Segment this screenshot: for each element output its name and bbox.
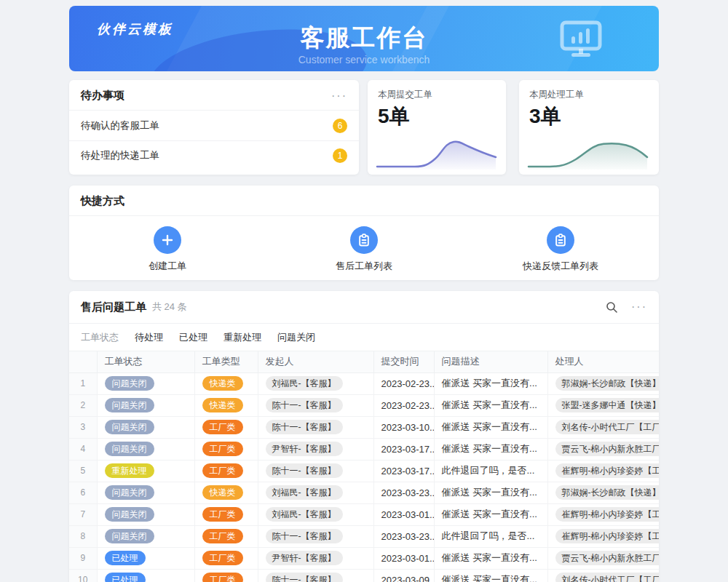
issue-description: 催派送 买家一直没有...	[434, 503, 547, 525]
issue-description: 催派送 买家一直没有...	[434, 547, 547, 569]
initiator-tag: 陈十一-【客服】	[266, 420, 343, 434]
table-header-row: 工单状态工单类型发起人提交时间问题描述处理人	[69, 351, 659, 372]
todo-item-pending-service[interactable]: 待确认的客服工单 6	[69, 111, 359, 140]
header-banner: 伙伴云模板 客服工作台 Customer service workbench	[69, 6, 659, 71]
handler-tag: 郭淑娴-长沙邮政【快递】	[555, 376, 660, 391]
shortcut-create-ticket[interactable]: 创建工单	[69, 216, 266, 273]
filter-option-processed[interactable]: 已处理	[179, 331, 207, 344]
filter-option-reprocess[interactable]: 重新处理	[223, 331, 261, 344]
ticket-list-icon	[350, 226, 378, 254]
table-row[interactable]: 8问题关闭工厂类陈十一-【客服】2023-03-23...此件退回了吗，是否..…	[69, 525, 659, 547]
ellipsis-menu-icon[interactable]: ···	[331, 93, 347, 99]
stat-value: 5单	[378, 103, 496, 130]
todo-card: 待办事项 ··· 待确认的客服工单 6 待处理的快递工单 1	[69, 80, 359, 175]
shortcut-aftersale-list[interactable]: 售后工单列表	[266, 216, 462, 273]
issue-description: 此件退回了吗，是否...	[434, 460, 547, 482]
column-header: 提交时间	[373, 351, 434, 372]
column-header: 处理人	[547, 351, 659, 372]
initiator-tag: 尹智轩-【客服】	[266, 442, 343, 456]
column-header: 发起人	[258, 351, 373, 372]
type-badge: 工厂类	[202, 463, 243, 478]
table-count: 共 24 条	[152, 300, 187, 314]
status-badge: 问题关闭	[105, 420, 154, 434]
ellipsis-menu-icon[interactable]: ···	[631, 304, 647, 310]
todo-card-title: 待办事项	[81, 89, 124, 103]
stat-label: 本周提交工单	[378, 89, 496, 101]
monitor-chart-icon	[560, 20, 602, 60]
type-badge: 快递类	[202, 376, 243, 391]
status-badge: 问题关闭	[105, 529, 154, 543]
issue-description: 催派送 买家一直没有...	[434, 394, 547, 416]
initiator-tag: 陈十一-【客服】	[266, 398, 343, 412]
type-badge: 工厂类	[202, 420, 243, 434]
submit-time: 2023-02-23...	[373, 394, 434, 416]
table-row[interactable]: 3问题关闭工厂类陈十一-【客服】2023-03-10...催派送 买家一直没有.…	[69, 416, 659, 438]
submit-time: 2023-03-01...	[373, 503, 434, 525]
shortcut-label: 快递反馈工单列表	[523, 260, 598, 273]
todo-item-label: 待确认的客服工单	[81, 119, 159, 132]
submit-time: 2023-02-23...	[373, 372, 434, 394]
ticket-list-icon	[547, 226, 574, 254]
handler-tag: 崔辉明-棉小内珍姿婷【工厂】	[555, 463, 660, 478]
initiator-tag: 刘福民-【客服】	[266, 376, 343, 391]
table-title: 售后问题工单	[81, 300, 146, 314]
table-row[interactable]: 9已处理工厂类尹智轩-【客服】2023-03-01...催派送 买家一直没有..…	[69, 547, 659, 569]
shortcut-express-feedback-list[interactable]: 快递反馈工单列表	[462, 216, 659, 273]
type-badge: 工厂类	[202, 507, 243, 522]
handler-tag: 贾云飞-棉小内新永胜工厂【工厂】	[555, 442, 660, 456]
submit-time: 2023-03-10...	[373, 416, 434, 438]
table-row[interactable]: 7问题关闭工厂类刘福民-【客服】2023-03-01...催派送 买家一直没有.…	[69, 503, 659, 525]
status-badge: 问题关闭	[105, 442, 154, 456]
filter-group-label: 工单状态	[81, 331, 119, 344]
shortcut-label: 创建工单	[149, 260, 186, 273]
type-badge: 快递类	[202, 398, 243, 412]
handler-tag: 张盟-迷多娜中通【快递】	[555, 398, 660, 412]
status-badge: 重新处理	[105, 463, 154, 478]
column-header: 问题描述	[434, 351, 547, 372]
table-row[interactable]: 4问题关闭工厂类尹智轩-【客服】2023-03-17...催派送 买家一直没有.…	[69, 438, 659, 460]
count-badge: 6	[333, 119, 347, 133]
todo-item-label: 待处理的快递工单	[81, 149, 159, 162]
initiator-tag: 刘福民-【客服】	[266, 507, 343, 522]
handler-tag: 郭淑娴-长沙邮政【快递】	[555, 485, 660, 500]
table-row[interactable]: 5重新处理工厂类陈十一-【客服】2023-03-17...此件退回了吗，是否..…	[69, 460, 659, 482]
row-number: 7	[69, 503, 97, 525]
table-row[interactable]: 6问题关闭快递类刘福民-【客服】2023-03-23...催派送 买家一直没有.…	[69, 482, 659, 503]
row-number: 1	[69, 372, 97, 394]
status-badge: 问题关闭	[105, 507, 154, 522]
type-badge: 工厂类	[202, 529, 243, 543]
search-icon[interactable]	[606, 301, 618, 314]
table-row[interactable]: 10已处理工厂类陈十一-【客服】2023-03-09...催派送 买家一直没有.…	[69, 569, 659, 582]
ticket-table: 工单状态工单类型发起人提交时间问题描述处理人 1问题关闭快递类刘福民-【客服】2…	[69, 351, 659, 582]
initiator-tag: 尹智轩-【客服】	[266, 551, 343, 565]
filter-option-pending[interactable]: 待处理	[135, 331, 163, 344]
row-number: 8	[69, 525, 97, 547]
type-badge: 工厂类	[202, 442, 243, 456]
type-badge: 工厂类	[202, 573, 243, 582]
handler-tag: 刘名传-小时代工厂【工厂】	[555, 573, 660, 582]
handler-tag: 贾云飞-棉小内新永胜工厂【工厂】	[555, 551, 660, 565]
shortcut-label: 售后工单列表	[336, 260, 392, 273]
status-badge: 问题关闭	[105, 485, 154, 500]
status-badge: 问题关闭	[105, 398, 154, 412]
type-badge: 快递类	[202, 485, 243, 500]
table-row[interactable]: 2问题关闭快递类陈十一-【客服】2023-02-23...催派送 买家一直没有.…	[69, 394, 659, 416]
table-row[interactable]: 1问题关闭快递类刘福民-【客服】2023-02-23...催派送 买家一直没有.…	[69, 372, 659, 394]
initiator-tag: 刘福民-【客服】	[266, 485, 343, 500]
count-badge: 1	[333, 148, 347, 163]
row-number: 5	[69, 460, 97, 482]
issue-description: 催派送 买家一直没有...	[434, 482, 547, 503]
filter-option-closed[interactable]: 问题关闭	[277, 331, 315, 344]
submit-time: 2023-03-09...	[373, 569, 434, 582]
issue-description: 催派送 买家一直没有...	[434, 438, 547, 460]
type-badge: 工厂类	[202, 551, 243, 565]
row-number: 2	[69, 394, 97, 416]
shortcuts-card: 快捷方式 创建工单 售后工	[69, 186, 659, 280]
ticket-table-body: 1问题关闭快递类刘福民-【客服】2023-02-23...催派送 买家一直没有.…	[69, 372, 659, 582]
row-number: 6	[69, 482, 97, 503]
submit-time: 2023-03-23...	[373, 525, 434, 547]
status-badge: 问题关闭	[105, 376, 154, 391]
todo-item-pending-express[interactable]: 待处理的快递工单 1	[69, 140, 359, 170]
ticket-table-card: 售后问题工单 共 24 条 ··· 工单状态 待处理 已处理 重新处理 问题关闭	[69, 291, 659, 582]
stat-value: 3单	[529, 103, 649, 130]
